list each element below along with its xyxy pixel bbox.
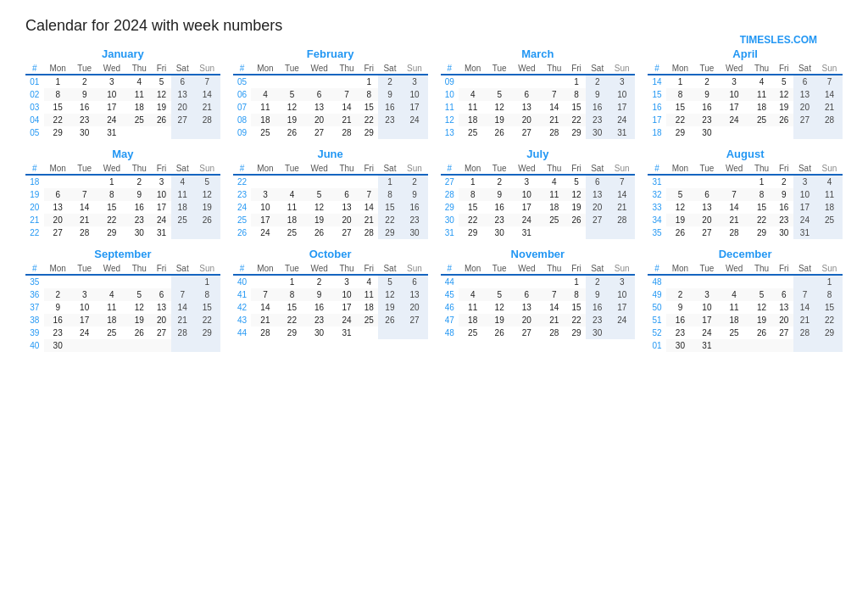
calendar-day: 11 (97, 301, 127, 314)
month-title-august: August (648, 148, 843, 160)
calendar-day: 29 (97, 226, 127, 239)
calendar-day: 21 (793, 314, 816, 327)
calendar-day: 11 (542, 188, 567, 201)
calendar-day: 26 (567, 214, 586, 226)
calendar-day (401, 327, 427, 339)
calendar-day: 2 (775, 175, 793, 188)
calendar-day: 8 (97, 188, 127, 201)
month-table-august: #MonTueWedThuFriSatSun311234325678910113… (648, 163, 843, 239)
calendar-day: 17 (609, 301, 635, 314)
calendar-day: 7 (542, 88, 567, 101)
month-august: August#MonTueWedThuFriSatSun311234325678… (648, 148, 843, 239)
calendar-day (720, 339, 749, 352)
calendar-day: 6 (775, 288, 793, 301)
month-december: December#MonTueWedThuFriSatSun4814923456… (648, 248, 843, 352)
calendar-day: 8 (378, 188, 401, 201)
week-number: 35 (648, 226, 666, 239)
calendar-day: 6 (512, 288, 542, 301)
calendar-day: 14 (793, 301, 816, 314)
calendar-day: 24 (334, 314, 359, 327)
calendar-day (44, 175, 72, 188)
calendar-day: 5 (748, 288, 774, 301)
month-table-october: #MonTueWedThuFriSatSun401234564178910111… (233, 263, 428, 339)
calendar-day: 26 (152, 114, 170, 126)
calendar-day: 14 (334, 101, 359, 114)
week-number: 20 (25, 201, 44, 214)
calendar-day: 30 (304, 327, 334, 339)
calendar-day: 16 (44, 314, 72, 327)
calendar-day (720, 275, 749, 288)
calendar-day: 11 (359, 288, 378, 301)
calendar-day: 11 (126, 88, 152, 101)
calendar-day: 26 (126, 327, 152, 339)
calendar-day (251, 175, 279, 188)
calendar-day: 15 (280, 301, 305, 314)
calendar-day: 19 (666, 214, 694, 226)
week-number: 34 (648, 214, 666, 226)
week-number: 46 (441, 301, 459, 314)
calendar-day: 15 (666, 101, 694, 114)
calendar-day (793, 339, 816, 352)
calendar-day (126, 339, 152, 352)
calendar-day: 11 (171, 188, 194, 201)
calendar-day: 29 (359, 126, 378, 139)
calendar-day: 30 (72, 126, 97, 139)
calendar-day: 23 (401, 214, 427, 226)
calendar-day: 10 (512, 188, 542, 201)
calendar-day (793, 275, 816, 288)
calendar-day (816, 339, 843, 352)
calendar-day: 14 (609, 188, 635, 201)
calendar-day (487, 75, 512, 88)
calendar-day: 22 (359, 114, 378, 126)
calendar-day: 8 (748, 188, 774, 201)
week-number: 12 (441, 114, 459, 126)
calendar-day (542, 275, 567, 288)
calendar-day: 8 (280, 288, 305, 301)
calendar-day: 5 (152, 75, 170, 88)
calendar-day: 18 (720, 314, 749, 327)
month-table-june: #MonTueWedThuFriSatSun221223345678924101… (233, 163, 428, 239)
calendar-day: 21 (359, 214, 378, 226)
calendar-day: 4 (97, 288, 127, 301)
calendar-day (720, 126, 749, 139)
calendar-day: 18 (171, 201, 194, 214)
calendar-day: 27 (171, 114, 194, 126)
calendar-day: 4 (816, 175, 843, 188)
calendar-day: 24 (609, 314, 635, 327)
calendar-day: 5 (775, 75, 793, 88)
week-number: 36 (25, 288, 44, 301)
calendar-day: 6 (694, 188, 720, 201)
calendar-day: 5 (487, 288, 512, 301)
calendar-day: 31 (97, 126, 127, 139)
week-number: 35 (25, 275, 44, 288)
calendar-day: 8 (194, 288, 220, 301)
calendar-day: 2 (72, 75, 97, 88)
calendar-day: 16 (694, 101, 720, 114)
month-table-january: #MonTueWedThuFriSatSun011234567028910111… (25, 63, 220, 139)
calendar-day: 10 (334, 288, 359, 301)
month-september: September#MonTueWedThuFriSatSun351362345… (25, 248, 220, 352)
calendar-day: 12 (775, 88, 793, 101)
month-july: July#MonTueWedThuFriSatSun27123456728891… (441, 148, 636, 239)
calendar-day: 9 (401, 188, 427, 201)
calendar-day: 3 (72, 288, 97, 301)
calendar-day: 31 (152, 226, 170, 239)
calendar-day: 18 (251, 114, 279, 126)
calendar-day: 10 (251, 201, 279, 214)
calendar-day: 1 (666, 75, 694, 88)
calendar-day (72, 275, 97, 288)
calendar-day: 6 (586, 175, 609, 188)
calendar-day: 28 (720, 226, 749, 239)
calendar-day: 29 (194, 327, 220, 339)
calendar-day: 15 (567, 301, 586, 314)
week-number: 48 (441, 327, 459, 339)
calendar-day: 15 (459, 201, 487, 214)
calendar-day: 14 (194, 88, 220, 101)
calendar-day (378, 327, 401, 339)
calendar-day: 16 (666, 314, 694, 327)
calendar-day: 21 (542, 314, 567, 327)
calendar-day: 23 (72, 114, 97, 126)
calendar-day: 23 (694, 114, 720, 126)
calendar-day: 6 (171, 75, 194, 88)
calendar-day: 27 (793, 114, 816, 126)
